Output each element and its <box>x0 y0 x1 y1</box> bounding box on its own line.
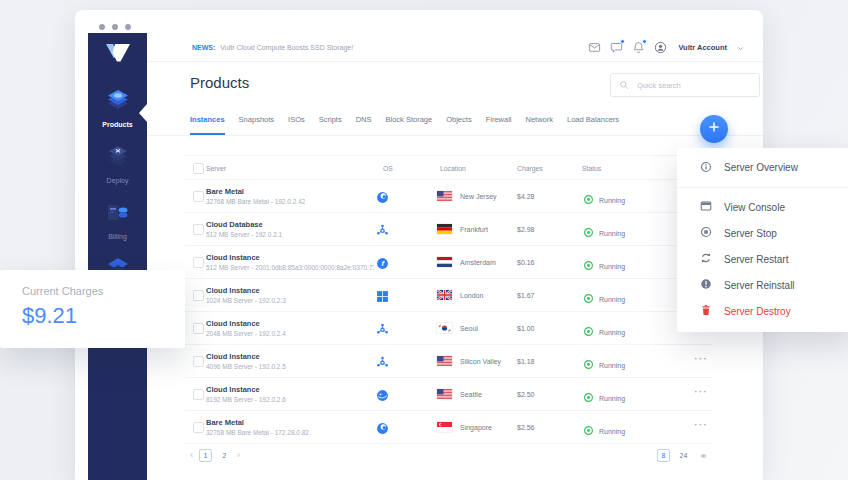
server-location: London <box>460 292 483 299</box>
tab-load-balancers[interactable]: Load Balancers <box>567 115 619 135</box>
menu-item-label: Server Stop <box>724 228 777 239</box>
row-checkbox[interactable] <box>193 191 204 202</box>
table-row[interactable]: Cloud Instance4096 MB Server - 192.0.2.5… <box>185 345 712 378</box>
select-all-checkbox[interactable] <box>193 163 204 174</box>
instances-table: Server OS Location Charges Status Bare M… <box>185 155 712 467</box>
sidebar-item-deploy[interactable]: Deploy <box>105 144 131 185</box>
status-badge: Running <box>583 422 625 440</box>
page-button-2[interactable]: 2 <box>218 449 231 462</box>
menu-item-server-destroy[interactable]: Server Destroy <box>677 298 848 324</box>
exclamation-circle-icon <box>700 278 712 292</box>
page-button-1[interactable]: 1 <box>199 449 212 462</box>
page-header: Products <box>147 62 763 105</box>
tab-scripts[interactable]: Scripts <box>319 115 342 135</box>
search-box[interactable] <box>610 73 760 97</box>
tab-instances[interactable]: Instances <box>190 115 225 135</box>
window-controls <box>99 24 131 30</box>
tab-network[interactable]: Network <box>525 115 553 135</box>
windows-os-icon <box>376 289 389 302</box>
add-server-button[interactable] <box>700 115 728 143</box>
page-size-8[interactable]: 8 <box>657 449 670 462</box>
window-dot <box>125 24 131 30</box>
search-input[interactable] <box>635 80 751 91</box>
row-checkbox[interactable] <box>193 323 204 334</box>
tab-block-storage[interactable]: Block Storage <box>386 115 433 135</box>
table-row[interactable]: Bare Metal32768 MB Bare Metal - 192.0.2.… <box>185 180 712 213</box>
column-charges: Charges <box>517 165 543 172</box>
menu-item-label: Server Destroy <box>724 306 791 317</box>
page-controls: ‹12› <box>190 449 240 462</box>
account-name[interactable]: Vultr Account <box>678 43 727 52</box>
next-page-button[interactable]: › <box>237 449 240 462</box>
nodes-os-icon <box>376 355 389 368</box>
table-row[interactable]: Cloud Database512 MB Server - 192.0.2.1F… <box>185 213 712 246</box>
coreos-os-icon <box>376 421 389 434</box>
sidebar: ProductsDeployBilling <box>88 33 147 480</box>
window-dot <box>99 24 105 30</box>
row-checkbox[interactable] <box>193 224 204 235</box>
menu-item-server-stop[interactable]: Server Stop <box>677 220 848 246</box>
page-size-24[interactable]: 24 <box>677 449 690 462</box>
tab-objects[interactable]: Objects <box>446 115 471 135</box>
account-cluster[interactable]: Vultr Account <box>588 33 745 62</box>
charges-label: Current Charges <box>22 285 103 297</box>
server-charges: $4.28 <box>517 193 535 200</box>
server-charges: $1.18 <box>517 358 535 365</box>
running-status-icon <box>583 323 594 341</box>
table-row[interactable]: Bare Metal32768 MB Bare Metal - 172.28.0… <box>185 411 712 444</box>
plus-icon <box>707 120 721 138</box>
menu-item-label: Server Reinstall <box>724 280 795 291</box>
trash-icon <box>700 304 712 318</box>
menu-item-server-overview[interactable]: Server Overview <box>677 148 848 188</box>
prev-page-button[interactable]: ‹ <box>190 449 193 462</box>
server-name: Cloud Instance <box>206 319 260 328</box>
row-actions-button[interactable]: ··· <box>695 354 709 364</box>
server-name: Cloud Instance <box>206 286 260 295</box>
gb-flag-icon <box>437 290 452 300</box>
sidebar-item-billing[interactable]: Billing <box>105 200 131 241</box>
menu-item-server-reinstall[interactable]: Server Reinstall <box>677 272 848 298</box>
column-os: OS <box>383 165 393 172</box>
row-checkbox[interactable] <box>193 422 204 433</box>
user-icon[interactable] <box>654 41 667 54</box>
sidebar-item-label: Products <box>102 120 132 129</box>
table-row[interactable]: Cloud Instance512 MB Server - 2001:0db8:… <box>185 246 712 279</box>
menu-item-server-restart[interactable]: Server Restart <box>677 246 848 272</box>
running-status-icon <box>583 191 594 209</box>
row-checkbox[interactable] <box>193 356 204 367</box>
chevron-down-icon[interactable] <box>736 39 745 57</box>
server-context-menu: Server OverviewView ConsoleServer StopSe… <box>677 148 848 332</box>
menu-item-label: View Console <box>724 202 785 213</box>
chat-icon[interactable] <box>610 41 623 54</box>
server-name: Cloud Instance <box>206 385 260 394</box>
row-checkbox[interactable] <box>193 257 204 268</box>
news-bar: NEWS: Vultr Cloud Compute Boosts SSD Sto… <box>147 33 763 62</box>
column-location: Location <box>440 165 466 172</box>
row-actions-button[interactable]: ··· <box>695 420 709 430</box>
server-charges: $2.50 <box>517 391 535 398</box>
table-row[interactable]: Cloud Instance8192 MB Server - 192.0.2.6… <box>185 378 712 411</box>
sidebar-item-products[interactable]: Products <box>102 88 132 129</box>
fedora-os-icon: f <box>376 256 389 269</box>
running-status-icon <box>583 257 594 275</box>
status-label: Running <box>599 362 625 369</box>
row-checkbox[interactable] <box>193 290 204 301</box>
bell-icon[interactable] <box>632 41 645 54</box>
tab-dns[interactable]: DNS <box>356 115 372 135</box>
table-row[interactable]: Cloud Instance1024 MB Server - 192.0.2.3… <box>185 279 712 312</box>
sg-flag-icon <box>437 422 452 432</box>
tab-isos[interactable]: ISOs <box>288 115 305 135</box>
table-row[interactable]: Cloud Instance2048 MB Server - 192.0.2.4… <box>185 312 712 345</box>
status-label: Running <box>599 230 625 237</box>
row-checkbox[interactable] <box>193 389 204 400</box>
tab-snapshots[interactable]: Snapshots <box>239 115 274 135</box>
row-actions-button[interactable]: ··· <box>695 387 709 397</box>
charges-value: $9.21 <box>22 303 77 329</box>
mail-icon[interactable] <box>588 41 601 54</box>
server-name: Bare Metal <box>206 418 244 427</box>
tab-firewall[interactable]: Firewall <box>486 115 512 135</box>
status-badge: Running <box>583 290 625 308</box>
server-name: Cloud Database <box>206 220 263 229</box>
page-size-all[interactable]: ∞ <box>697 449 710 462</box>
menu-item-view-console[interactable]: View Console <box>677 194 848 220</box>
